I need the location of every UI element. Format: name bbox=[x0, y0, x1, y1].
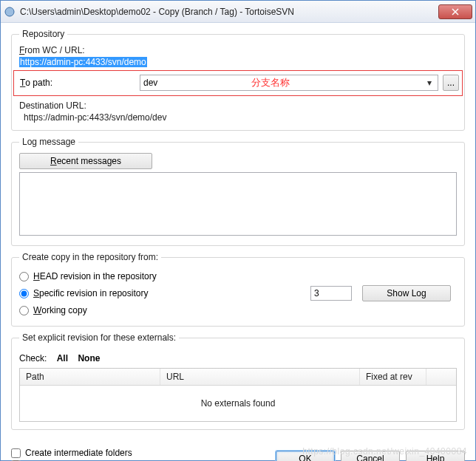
window-title: C:\Users\admin\Desktop\demo02 - Copy (Br… bbox=[20, 7, 438, 17]
repository-legend: Repository bbox=[19, 29, 67, 39]
copyfrom-legend: Create copy in the repository from: bbox=[19, 252, 161, 262]
col-tail bbox=[426, 369, 456, 385]
from-url-label: From WC / URL: bbox=[19, 45, 457, 55]
check-none-link[interactable]: None bbox=[78, 353, 100, 363]
col-fixed[interactable]: Fixed at rev bbox=[360, 369, 426, 385]
radio-working-copy[interactable]: Working copy bbox=[19, 305, 457, 315]
to-path-row: To path: dev 分支名称 ▾ ... bbox=[13, 70, 463, 96]
close-button[interactable] bbox=[438, 4, 472, 19]
show-log-button[interactable]: Show Log bbox=[362, 285, 451, 301]
chevron-down-icon[interactable]: ▾ bbox=[424, 78, 435, 88]
logmessage-group: Log message Recent messages bbox=[11, 137, 465, 246]
repository-group: Repository From WC / URL: https://admin-… bbox=[11, 29, 465, 131]
table-empty-text: No externals found bbox=[20, 386, 456, 421]
annotation-text: 分支名称 bbox=[251, 76, 290, 89]
app-icon bbox=[4, 6, 16, 18]
logmessage-legend: Log message bbox=[19, 137, 78, 147]
destination-url-value: https://admin-pc:4433/svn/demo/dev bbox=[19, 112, 457, 123]
ok-button[interactable]: OK bbox=[276, 451, 335, 461]
externals-group: Set explicit revision for these external… bbox=[11, 332, 465, 430]
help-button[interactable]: Help bbox=[406, 451, 465, 461]
copyfrom-group: Create copy in the repository from: HEAD… bbox=[11, 252, 465, 327]
to-path-label: To path: bbox=[17, 78, 135, 88]
col-url[interactable]: URL bbox=[160, 369, 360, 385]
radio-head-revision[interactable]: HEAD revision in the repository bbox=[19, 271, 457, 281]
svg-point-0 bbox=[5, 7, 14, 16]
cancel-button[interactable]: Cancel bbox=[341, 451, 400, 461]
externals-check-row: Check: All None bbox=[19, 353, 457, 363]
table-header: Path URL Fixed at rev bbox=[20, 369, 456, 386]
browse-button[interactable]: ... bbox=[443, 75, 459, 91]
externals-table: Path URL Fixed at rev No externals found bbox=[19, 368, 457, 422]
from-url-value[interactable]: https://admin-pc:4433/svn/demo bbox=[19, 57, 147, 67]
titlebar[interactable]: C:\Users\admin\Desktop\demo02 - Copy (Br… bbox=[1, 1, 475, 23]
radio-working-input[interactable] bbox=[19, 306, 29, 315]
col-path[interactable]: Path bbox=[20, 369, 160, 385]
revision-input[interactable] bbox=[310, 286, 352, 301]
dialog-window: C:\Users\admin\Desktop\demo02 - Copy (Br… bbox=[0, 0, 476, 461]
to-path-combobox[interactable]: dev 分支名称 ▾ bbox=[140, 75, 438, 91]
check-all-link[interactable]: All bbox=[57, 353, 68, 363]
radio-head-input[interactable] bbox=[19, 272, 29, 281]
radio-specific-input[interactable] bbox=[19, 289, 29, 298]
checkbox-intermediate-input[interactable] bbox=[11, 448, 21, 458]
externals-legend: Set explicit revision for these external… bbox=[19, 332, 179, 343]
recent-messages-button[interactable]: Recent messages bbox=[19, 153, 152, 169]
destination-url-label: Destination URL: bbox=[19, 100, 457, 111]
bottom-bar: Create intermediate folders Switch worki… bbox=[1, 443, 475, 461]
log-message-textarea[interactable] bbox=[19, 172, 457, 236]
checkbox-intermediate[interactable]: Create intermediate folders bbox=[11, 448, 178, 458]
radio-specific-revision[interactable]: Specific revision in repository bbox=[19, 288, 148, 298]
